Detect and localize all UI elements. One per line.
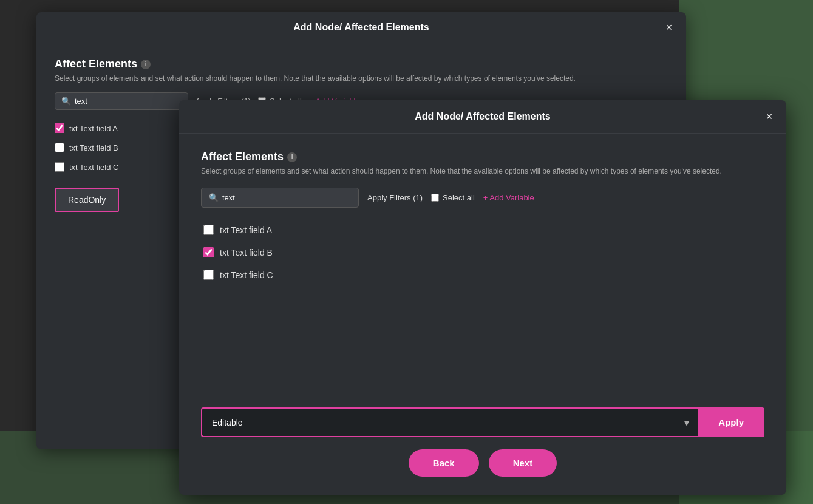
- modal-fg-add-variable-button[interactable]: + Add Variable: [483, 193, 534, 202]
- modal-bg-readonly-button[interactable]: ReadOnly: [55, 188, 119, 212]
- modal-bg-search-input[interactable]: [75, 97, 182, 106]
- checkbox-item-a-bg[interactable]: [55, 123, 64, 133]
- modal-fg-select-all: Select all: [431, 193, 475, 202]
- editable-select-wrapper: Editable ReadOnly Hidden Disabled: [201, 407, 698, 437]
- info-badge-fg: i: [287, 152, 297, 162]
- modal-fg-header: Add Node/ Affected Elements ×: [179, 100, 786, 134]
- modal-fg-title: Add Node/ Affected Elements: [415, 111, 550, 122]
- modal-bg-section-title: Affect Elements i: [55, 58, 668, 70]
- modal-fg-toolbar: 🔍 Apply Filters (1) Select all + Add Var…: [201, 188, 764, 208]
- modal-fg-item-list: txt Text field A txt Text field B txt Te…: [201, 220, 764, 285]
- modal-fg-search-input[interactable]: [222, 193, 351, 202]
- modal-fg-body: Affect Elements i Select groups of eleme…: [179, 134, 786, 302]
- editable-dropdown[interactable]: Editable ReadOnly Hidden Disabled: [201, 407, 698, 437]
- checkbox-item-b-bg[interactable]: [55, 143, 64, 152]
- modal-fg-apply-filters-button[interactable]: Apply Filters (1): [367, 193, 423, 202]
- checkbox-item-b-fg[interactable]: [203, 247, 214, 257]
- apply-button[interactable]: Apply: [698, 407, 764, 437]
- modal-fg-select-all-checkbox[interactable]: [431, 194, 439, 202]
- modal-fg-close-button[interactable]: ×: [762, 109, 777, 124]
- info-badge-bg: i: [141, 60, 151, 69]
- back-button[interactable]: Back: [409, 449, 479, 477]
- foreground-modal: Add Node/ Affected Elements × Affect Ele…: [179, 100, 786, 495]
- modal-bg-close-button[interactable]: ×: [662, 20, 676, 35]
- modal-bg-title: Add Node/ Affected Elements: [293, 22, 429, 33]
- list-item: txt Text field A: [201, 220, 764, 240]
- checkbox-item-c-fg[interactable]: [203, 270, 214, 280]
- checkbox-item-a-fg[interactable]: [203, 225, 214, 235]
- list-item: txt Text field B: [201, 242, 764, 262]
- nav-buttons: Back Next: [201, 449, 764, 477]
- modal-fg-footer: Editable ReadOnly Hidden Disabled Apply …: [179, 407, 786, 495]
- modal-bg-header: Add Node/ Affected Elements ×: [36, 12, 686, 43]
- modal-bg-description: Select groups of elements and set what a…: [55, 74, 668, 83]
- next-button[interactable]: Next: [489, 449, 557, 477]
- search-icon-bg: 🔍: [61, 97, 71, 106]
- modal-fg-description: Select groups of elements and set what a…: [201, 167, 764, 175]
- modal-bg-search-box[interactable]: 🔍: [55, 92, 188, 110]
- list-item: txt Text field C: [201, 265, 764, 285]
- modal-fg-section-title: Affect Elements i: [201, 151, 764, 163]
- search-icon-fg: 🔍: [209, 193, 219, 202]
- modal-fg-search-box[interactable]: 🔍: [201, 188, 359, 208]
- dropdown-apply-row: Editable ReadOnly Hidden Disabled Apply: [201, 407, 764, 437]
- checkbox-item-c-bg[interactable]: [55, 162, 64, 172]
